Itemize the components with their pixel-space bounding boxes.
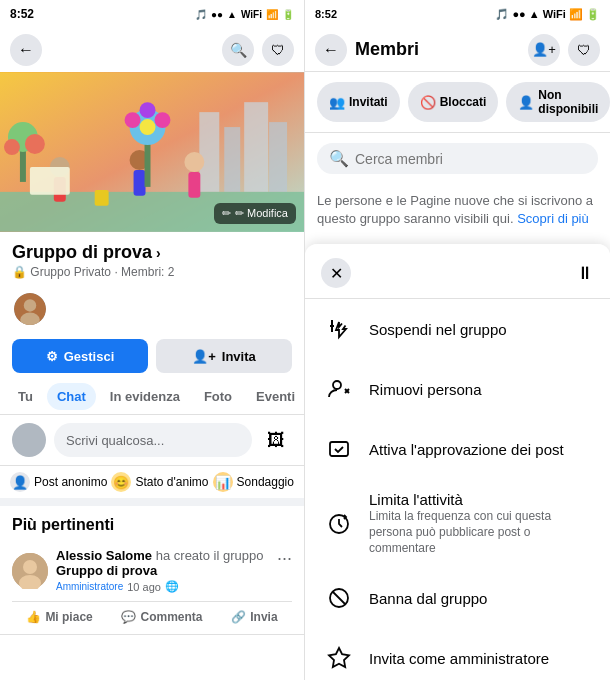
menu-item-sospendi[interactable]: Sospendi nel gruppo xyxy=(305,299,610,359)
like-button[interactable]: 👍 Mi piace xyxy=(26,610,92,624)
shield-button-right[interactable]: 🛡 xyxy=(568,34,600,66)
status-bar-left: 8:52 🎵 ●● ▲ WiFi 📶 🔋 xyxy=(0,0,304,28)
mood-icon: 😊 xyxy=(111,472,131,492)
time-left: 8:52 xyxy=(10,7,34,21)
anonymous-post-button[interactable]: 👤 Post anonimo xyxy=(10,472,107,492)
gestisci-icon: ⚙ xyxy=(46,349,58,364)
search-input[interactable] xyxy=(355,151,586,167)
limita-sub: Limita la frequenza con cui questa perso… xyxy=(369,509,594,556)
discover-more-link[interactable]: Scopri di più xyxy=(517,211,589,226)
post-header: Alessio Salome ha creato il gruppo Grupp… xyxy=(12,548,292,593)
limita-label: Limita l'attività xyxy=(369,491,594,508)
status-icons-left: 🎵 ●● ▲ WiFi 📶 🔋 xyxy=(195,9,294,20)
modify-button[interactable]: ✏ ✏ Modifica xyxy=(214,203,296,224)
rimuovi-icon xyxy=(321,371,357,407)
close-button[interactable]: ✕ xyxy=(321,258,351,288)
gestisci-button[interactable]: ⚙ Gestisci xyxy=(12,339,148,373)
svg-point-28 xyxy=(23,560,37,574)
admin-badge: Amministratore xyxy=(56,581,123,592)
tab-foto[interactable]: Foto xyxy=(194,383,242,410)
photo-icon[interactable]: 🖼 xyxy=(260,424,292,456)
svg-point-25 xyxy=(24,299,36,311)
banna-icon xyxy=(321,580,357,616)
bloccati-icon: 🚫 xyxy=(420,95,436,110)
invita-icon: 👤+ xyxy=(192,349,216,364)
time-right: 8:52 xyxy=(315,8,337,20)
post-action-text: ha creato il gruppo xyxy=(156,548,264,563)
pause-button[interactable]: ⏸ xyxy=(576,263,594,284)
tab-bar: Tu Chat In evidenza Foto Eventi xyxy=(0,379,304,415)
approvazione-label: Attiva l'approvazione dei post xyxy=(369,441,564,458)
svg-point-15 xyxy=(184,152,204,172)
post-author-avatar xyxy=(12,553,48,589)
comment-button[interactable]: 💬 Commenta xyxy=(121,610,202,624)
post-avatar xyxy=(12,423,46,457)
search-members-box: 🔍 xyxy=(317,143,598,174)
members-title: Membri xyxy=(355,39,520,60)
post-item: Alessio Salome ha creato il gruppo Grupp… xyxy=(0,538,304,635)
menu-item-admin[interactable]: Invita come amministratore xyxy=(305,628,610,680)
menu-item-approvazione[interactable]: Attiva l'approvazione dei post xyxy=(305,419,610,479)
svg-rect-12 xyxy=(30,167,70,195)
back-button-left[interactable]: ← xyxy=(10,34,42,66)
members-header: ← Membri 👤+ 🛡 xyxy=(305,28,610,72)
info-text: Le persone e le Pagine nuove che si iscr… xyxy=(305,184,610,244)
anonymous-icon: 👤 xyxy=(10,472,30,492)
post-group-name: Gruppo di prova xyxy=(56,563,157,578)
approvazione-icon xyxy=(321,431,357,467)
chip-invitati[interactable]: 👥 Invitati xyxy=(317,82,400,122)
post-types: 👤 Post anonimo 😊 Stato d'animo 📊 Sondagg… xyxy=(0,466,304,506)
back-button-right[interactable]: ← xyxy=(315,34,347,66)
svg-point-21 xyxy=(154,112,170,128)
right-panel: 8:52 🎵 ●● ▲ WiFi 📶 🔋 ← Membri 👤+ 🛡 👥 Inv… xyxy=(305,0,610,680)
admin-icon xyxy=(321,640,357,676)
tab-tu[interactable]: Tu xyxy=(8,383,43,410)
tab-in-evidenza[interactable]: In evidenza xyxy=(100,383,190,410)
svg-point-9 xyxy=(4,139,20,155)
cover-image: ✏ ✏ Modifica xyxy=(0,72,304,232)
avatar-row xyxy=(0,285,304,333)
more-button[interactable]: ··· xyxy=(277,548,292,569)
action-buttons: ⚙ Gestisci 👤+ Invita xyxy=(0,333,304,379)
banna-label: Banna dal gruppo xyxy=(369,590,487,607)
menu-item-limita[interactable]: Limita l'attività Limita la frequenza co… xyxy=(305,479,610,568)
admin-label: Invita come amministratore xyxy=(369,650,549,667)
menu-item-rimuovi[interactable]: Rimuovi persona xyxy=(305,359,610,419)
left-panel: 8:52 🎵 ●● ▲ WiFi 📶 🔋 ← 🔍 🛡 xyxy=(0,0,305,680)
search-button[interactable]: 🔍 xyxy=(222,34,254,66)
menu-item-banna[interactable]: Banna dal gruppo xyxy=(305,568,610,628)
mood-button[interactable]: 😊 Stato d'animo xyxy=(111,472,208,492)
add-member-button[interactable]: 👤+ xyxy=(528,34,560,66)
comment-icon: 💬 xyxy=(121,610,136,624)
svg-rect-1 xyxy=(199,112,219,192)
search-icon: 🔍 xyxy=(329,149,349,168)
invita-button[interactable]: 👤+ Invita xyxy=(156,339,292,373)
svg-point-20 xyxy=(125,112,141,128)
chip-non-disponibili[interactable]: 👤 Non disponibili xyxy=(506,82,610,122)
globe-icon: 🌐 xyxy=(165,580,179,593)
svg-rect-2 xyxy=(224,127,240,192)
non-disp-icon: 👤 xyxy=(518,95,534,110)
avatar xyxy=(12,291,48,327)
poll-button[interactable]: 📊 Sondaggio xyxy=(213,472,294,492)
status-icons-right: 🎵 ●● ▲ WiFi 📶 🔋 xyxy=(495,8,600,21)
chip-bloccati[interactable]: 🚫 Bloccati xyxy=(408,82,499,122)
poll-icon: 📊 xyxy=(213,472,233,492)
sospendi-icon xyxy=(321,311,357,347)
shield-button-left[interactable]: 🛡 xyxy=(262,34,294,66)
tab-eventi[interactable]: Eventi xyxy=(246,383,304,410)
share-button[interactable]: 🔗 Invia xyxy=(231,610,277,624)
tab-chat[interactable]: Chat xyxy=(47,383,96,410)
like-icon: 👍 xyxy=(26,610,41,624)
status-bar-right: 8:52 🎵 ●● ▲ WiFi 📶 🔋 xyxy=(305,0,610,28)
edit-icon: ✏ xyxy=(222,207,231,220)
post-input[interactable]: Scrivi qualcosa... xyxy=(54,423,252,457)
svg-point-32 xyxy=(333,381,341,389)
group-meta: 🔒 Gruppo Privato · Membri: 2 xyxy=(12,265,292,279)
post-meta: Amministratore 10 ago 🌐 xyxy=(56,580,277,593)
close-icon: ✕ xyxy=(330,264,343,283)
invitati-icon: 👥 xyxy=(329,95,345,110)
svg-rect-35 xyxy=(330,442,348,456)
post-author-name: Alessio Salome xyxy=(56,548,152,563)
top-nav-left: ← 🔍 🛡 xyxy=(0,28,304,72)
